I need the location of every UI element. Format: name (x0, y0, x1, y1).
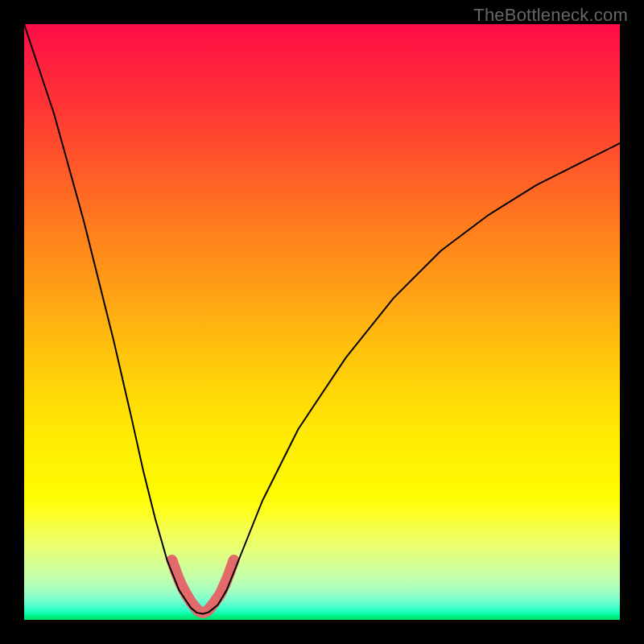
optimal-zone-marker (172, 560, 234, 613)
watermark-text: TheBottleneck.com (473, 5, 628, 26)
curve-layer (24, 24, 620, 620)
plot-area (24, 24, 620, 620)
chart-frame: TheBottleneck.com (0, 0, 644, 644)
bottleneck-curve (24, 24, 620, 614)
